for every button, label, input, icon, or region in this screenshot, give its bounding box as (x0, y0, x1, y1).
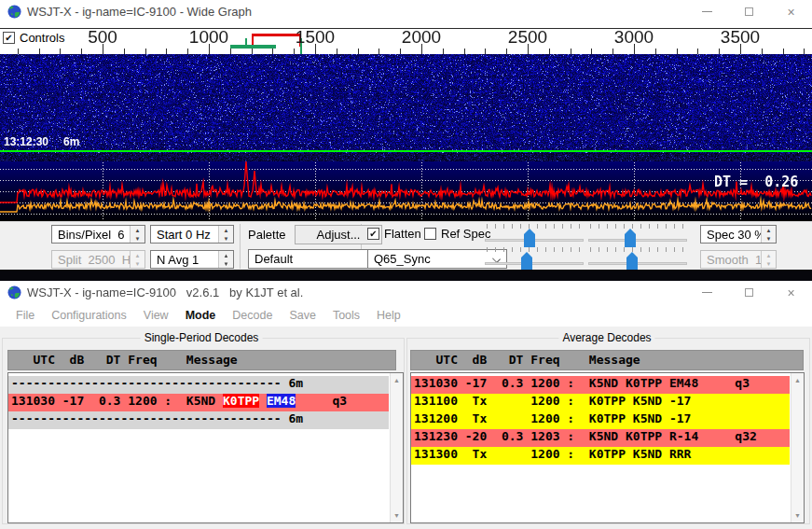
slider-handle[interactable] (625, 229, 636, 247)
palette-select-value: Default (255, 252, 293, 266)
menu-configurations[interactable]: Configurations (43, 309, 135, 322)
average-decodes-area[interactable]: 131030 -17 0.3 1200 : K5ND K0TPP EM48 q3… (410, 372, 805, 523)
slider-track (485, 262, 584, 265)
scrollbar-down-icon[interactable]: ▼ (791, 508, 804, 522)
spin-up-icon[interactable]: ▲ (762, 226, 776, 234)
spec-percent-spinner[interactable]: Spec 30 % ▲▼ (700, 225, 777, 244)
controls-label: Controls (20, 31, 64, 45)
minimize-button[interactable] (686, 281, 728, 304)
timestamp-utc: 13:12:30 (4, 135, 48, 148)
slider-handle[interactable] (626, 252, 638, 271)
palette-label: Palette (248, 228, 285, 242)
spin-up-icon[interactable]: ▲ (219, 226, 233, 234)
start-hz-spinner[interactable]: Start 0 Hz ▲▼ (150, 225, 234, 244)
checkbox-checked-icon: ✔ (367, 228, 379, 240)
spin-up-icon: ▲ (131, 251, 145, 259)
spin-up-icon[interactable]: ▲ (219, 251, 233, 259)
n-avg-spinner[interactable]: N Avg 1 ▲▼ (150, 250, 234, 269)
close-button[interactable]: × (770, 0, 812, 23)
n-avg-value: N Avg 1 (151, 251, 218, 268)
spectrum-gain-slider[interactable] (485, 246, 584, 272)
scrollbar-down-icon[interactable]: ▼ (391, 508, 403, 522)
frequency-tick-label: 1500 (296, 27, 335, 48)
smooth-value: Smooth 1 (701, 251, 761, 268)
waterfall-display[interactable]: 13:12:30 6m (0, 54, 812, 153)
menu-tools[interactable]: Tools (324, 309, 368, 322)
single-period-title: Single-Period Decodes (141, 331, 263, 344)
spin-down-icon[interactable]: ▼ (219, 259, 233, 268)
close-icon: × (787, 286, 794, 299)
bins-pixel-spinner[interactable]: Bins/Pixel 6 ▲▼ (51, 225, 145, 244)
band-separator-row: ------------------------------------- 6m (8, 376, 389, 394)
spin-down-icon: ▼ (762, 259, 776, 268)
spin-down-icon[interactable]: ▼ (131, 234, 145, 243)
wsjtx-globe-icon (7, 285, 21, 299)
minimize-button[interactable] (686, 0, 728, 23)
menu-save[interactable]: Save (281, 309, 324, 322)
separator (240, 224, 241, 269)
decode-row[interactable]: 131030 -17 0.3 1200 : K5ND K0TPP EM48 q3 (8, 394, 389, 411)
frequency-tick-label: 3000 (614, 27, 654, 48)
slider-track (588, 239, 687, 242)
main-window-title: WSJT-X - ig-name=IC-9100 v2.6.1 by K1JT … (27, 285, 303, 299)
decode-row[interactable]: 131200 Tx 1200 : K0TPP K5ND -17 (411, 411, 790, 429)
menu-bar: FileConfigurationsViewModeDecodeSaveTool… (0, 304, 812, 327)
adjust-button-label: Adjust... (317, 228, 361, 242)
scrollbar-up-icon[interactable]: ▲ (791, 373, 804, 387)
menu-file[interactable]: File (7, 309, 43, 322)
wide-graph-controls: Bins/Pixel 6 ▲▼ Start 0 Hz ▲▼ Split 2500… (0, 221, 812, 270)
slider-ticks (590, 247, 685, 252)
slider-handle[interactable] (524, 229, 535, 247)
menu-help[interactable]: Help (368, 309, 409, 322)
wide-graph-titlebar: WSJT-X - ig-name=IC-9100 - Wide Graph × (0, 0, 812, 23)
bins-pixel-value: Bins/Pixel 6 (52, 226, 130, 243)
spin-down-icon[interactable]: ▼ (219, 234, 233, 243)
smooth-spinner: Smooth 1 ▲▼ (700, 250, 777, 269)
background-strip (0, 270, 812, 281)
maximize-button[interactable] (728, 0, 770, 23)
wide-graph-title: WSJT-X - ig-name=IC-9100 - Wide Graph (27, 5, 252, 19)
frequency-tick-label: 1000 (189, 27, 228, 48)
menu-mode[interactable]: Mode (177, 309, 225, 322)
decode-row[interactable]: 131100 Tx 1200 : K0TPP K5ND -17 (411, 394, 790, 411)
maximize-icon (745, 288, 753, 297)
decode-row[interactable]: 131230 -20 0.3 1203 : K5ND K0TPP R-14 q3… (411, 429, 790, 447)
split-hz-spinner: Split 2500 Hz ▲▼ (51, 250, 145, 269)
palette-select[interactable]: Default (248, 249, 382, 269)
sync-curve-value: Q65_Sync (374, 252, 431, 266)
decode-row[interactable]: 131300 Tx 1200 : K0TPP K5ND RRR (411, 447, 790, 465)
slider-ticks (487, 247, 582, 252)
maximize-icon (745, 7, 753, 16)
slider-handle[interactable] (521, 252, 532, 271)
minimize-icon (702, 11, 712, 12)
frequency-scale[interactable]: 500100015002000250030003500 ✔ Controls (0, 23, 812, 54)
maximize-button[interactable] (728, 281, 770, 304)
frequency-tick-label: 2000 (402, 27, 441, 48)
scrollbar[interactable]: ▲ ▼ (791, 373, 804, 522)
spin-up-icon[interactable]: ▲ (131, 226, 145, 234)
menu-view[interactable]: View (135, 309, 177, 322)
main-window-client: Single-Period Decodes UTC dB DT Freq Mes… (0, 327, 812, 529)
close-button[interactable]: × (770, 281, 812, 304)
scrollbar-up-icon[interactable]: ▲ (391, 373, 403, 387)
spectrum-display[interactable]: DT = 0.26 (0, 153, 812, 221)
menu-decode[interactable]: Decode (224, 309, 281, 322)
checkbox-checked-icon: ✔ (3, 32, 15, 44)
slider-ticks (487, 224, 582, 229)
flatten-label: Flatten (384, 227, 421, 241)
waterfall-timestamp: 13:12:30 6m (4, 135, 79, 148)
scrollbar[interactable]: ▲ ▼ (390, 373, 403, 522)
slider-ticks (590, 224, 685, 229)
waterfall-zero-slider[interactable] (588, 223, 687, 249)
controls-checkbox[interactable]: ✔ Controls (3, 31, 68, 45)
checkbox-unchecked-icon (424, 228, 436, 240)
spin-down-icon[interactable]: ▼ (762, 234, 776, 243)
flatten-checkbox[interactable]: ✔ Flatten (367, 227, 421, 241)
frequency-tick-label: 500 (88, 27, 117, 48)
waterfall-gain-slider[interactable] (485, 223, 584, 249)
ref-spec-checkbox[interactable]: Ref Spec (424, 227, 490, 241)
spin-up-icon: ▲ (762, 251, 776, 259)
single-period-decodes-area[interactable]: ------------------------------------- 6m… (7, 372, 404, 523)
spectrum-zero-slider[interactable] (588, 246, 687, 272)
decode-row[interactable]: 131030 -17 0.3 1200 : K5ND K0TPP EM48 q3 (411, 376, 790, 394)
